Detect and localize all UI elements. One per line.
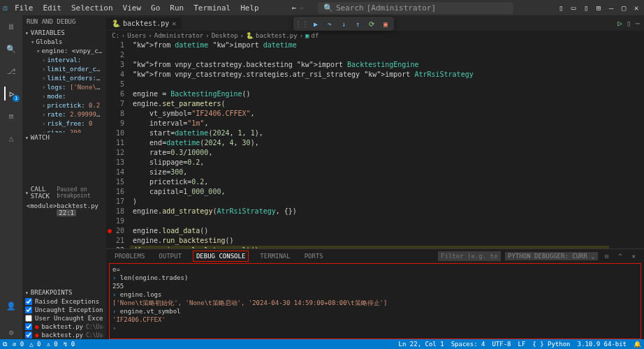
search-bar[interactable]: 🔍 Search [Administrator] bbox=[318, 2, 513, 14]
menu-edit[interactable]: Edit bbox=[39, 2, 66, 14]
nav-fwd-icon[interactable]: → bbox=[299, 3, 304, 13]
panel-close-icon[interactable]: ✕ bbox=[629, 251, 638, 261]
chevron-up-icon[interactable]: ^ bbox=[615, 251, 624, 261]
run-debug-icon[interactable]: ▷ bbox=[4, 87, 18, 101]
explorer-icon[interactable]: 🗎 bbox=[4, 20, 18, 34]
breakpoint-item[interactable]: ●backtest.pyC:\Users\Administ... bbox=[25, 331, 103, 339]
maximize-icon[interactable]: ▢ bbox=[619, 3, 629, 13]
callstack-header[interactable]: Call StackPaused on breakpoint bbox=[22, 184, 106, 201]
continue-icon[interactable]: ▶ bbox=[310, 18, 321, 29]
var-mode[interactable]: ›mode: bbox=[31, 92, 103, 101]
scm-icon[interactable]: ⎇ bbox=[4, 64, 18, 78]
search-icon: 🔍 bbox=[323, 3, 333, 13]
stop-icon[interactable]: ▣ bbox=[380, 18, 391, 29]
var-pricetick[interactable]: ›pricetick: 0.2 bbox=[31, 101, 103, 110]
tab-debug-console[interactable]: Debug Console bbox=[193, 251, 249, 262]
menu-run[interactable]: Run bbox=[166, 2, 188, 14]
debug-config-selector[interactable]: Python Debugger: Curr ⌄ bbox=[505, 252, 598, 260]
var-risk_free[interactable]: ›risk_free: 0 bbox=[31, 119, 103, 128]
window-controls: ▯ ▭ ▯ ⊞ — ▢ ✕ bbox=[556, 3, 641, 13]
breakpoint-item[interactable]: User Uncaught Exceptions bbox=[25, 314, 103, 322]
status-bell-icon[interactable]: 🔔 bbox=[634, 341, 641, 348]
step-over-icon[interactable]: ↷ bbox=[324, 18, 335, 29]
breakpoints-header[interactable]: Breakpoints bbox=[22, 288, 106, 297]
menu-view[interactable]: View bbox=[119, 2, 146, 14]
drag-handle-icon[interactable]: ⋮⋮ bbox=[296, 18, 307, 29]
var-limit_order_count[interactable]: ›limit_order_count: 255 bbox=[31, 65, 103, 74]
status-encoding[interactable]: UTF-8 bbox=[492, 341, 511, 348]
status-eol[interactable]: LF bbox=[518, 341, 526, 348]
menu-help[interactable]: Help bbox=[236, 2, 263, 14]
menu-file[interactable]: File bbox=[10, 2, 38, 14]
minimize-icon[interactable]: — bbox=[606, 3, 616, 13]
minimap[interactable] bbox=[609, 40, 644, 248]
activity-bar: 🗎 🔍 ⎇ ▷ ⊞ △ 👤 ⚙ bbox=[0, 15, 22, 339]
bp-checkbox[interactable] bbox=[25, 332, 32, 339]
menu-terminal[interactable]: Terminal bbox=[189, 2, 235, 14]
status-remote-icon[interactable]: ⧉ bbox=[3, 341, 7, 348]
layout-right-icon[interactable]: ▯ bbox=[581, 3, 591, 13]
breakpoint-item[interactable]: ●backtest.pyC:\Users\Administ... bbox=[25, 322, 103, 331]
tab-label: backtest.py bbox=[123, 20, 169, 27]
bp-checkbox[interactable] bbox=[25, 306, 32, 313]
search-panel-icon[interactable]: 🔍 bbox=[4, 42, 18, 56]
code-editor[interactable]: 123456789101112131415161718192021222324 … bbox=[106, 40, 644, 248]
tab-terminal[interactable]: Terminal bbox=[257, 251, 293, 261]
tab-ports[interactable]: Ports bbox=[302, 251, 326, 261]
step-into-icon[interactable]: ↓ bbox=[338, 18, 349, 29]
status-ports[interactable]: ↯ 0 bbox=[64, 341, 75, 348]
status-warnings[interactable]: △ 0 bbox=[29, 341, 41, 348]
breakpoint-item[interactable]: Raised Exceptions bbox=[25, 297, 103, 306]
sidebar-title: Run and Debug bbox=[22, 15, 106, 28]
bp-checkbox[interactable] bbox=[25, 323, 32, 330]
status-indent[interactable]: Spaces: 4 bbox=[451, 341, 485, 348]
step-out-icon[interactable]: ↑ bbox=[352, 18, 363, 29]
status-info[interactable]: ⚠ 0 bbox=[47, 341, 58, 348]
python-file-icon: 🐍 bbox=[112, 20, 120, 27]
debug-console[interactable]: e=› len(engine.trades)255› engine.logs['… bbox=[109, 263, 641, 339]
testing-icon[interactable]: △ bbox=[4, 131, 18, 145]
bp-checkbox[interactable] bbox=[25, 315, 32, 322]
split-icon[interactable]: ▯ bbox=[627, 19, 631, 28]
layout-left-icon[interactable]: ▯ bbox=[556, 3, 566, 13]
debug-toolbar: ⋮⋮ ▶ ↷ ↓ ↑ ⟳ ▣ bbox=[293, 17, 394, 31]
menu-go[interactable]: Go bbox=[147, 2, 164, 14]
status-lang[interactable]: { } Python bbox=[532, 341, 570, 348]
bp-checkbox[interactable] bbox=[25, 298, 32, 305]
var-limit_orders[interactable]: ›limit_orders: {'STOP.1': bbox=[31, 74, 103, 83]
var-interval[interactable]: ›interval: bbox=[31, 56, 103, 65]
clear-console-icon[interactable]: ⊟ bbox=[602, 251, 611, 261]
statusbar: ⧉ ⊘ 0 △ 0 ⚠ 0 ↯ 0 Ln 22, Col 1 Spaces: 4… bbox=[0, 339, 644, 349]
tab-problems[interactable]: Problems bbox=[112, 251, 147, 261]
restart-icon[interactable]: ⟳ bbox=[366, 18, 377, 29]
globals-node[interactable]: ▾Globals bbox=[31, 38, 103, 47]
console-filter-input[interactable] bbox=[438, 251, 501, 261]
breakpoint-item[interactable]: Uncaught Exceptions bbox=[25, 306, 103, 314]
tab-output[interactable]: Output bbox=[156, 251, 184, 261]
tab-backtest[interactable]: 🐍 backtest.py ✕ bbox=[106, 17, 182, 29]
status-interpreter[interactable]: 3.10.9 64-bit bbox=[578, 341, 627, 348]
nav-back-icon[interactable]: ← bbox=[292, 3, 297, 13]
close-icon[interactable]: ✕ bbox=[631, 3, 641, 13]
extensions-icon[interactable]: ⊞ bbox=[4, 109, 18, 123]
account-icon[interactable]: 👤 bbox=[4, 299, 18, 313]
var-rate[interactable]: ›rate: 2.9999999999999997e-05 bbox=[31, 110, 103, 119]
menubar: File Edit Selection View Go Run Terminal… bbox=[10, 2, 263, 14]
layout-custom-icon[interactable]: ⊞ bbox=[594, 3, 603, 13]
tab-close-icon[interactable]: ✕ bbox=[172, 20, 176, 27]
callstack-frame[interactable]: <module> backtest.py 22:1 bbox=[22, 201, 106, 218]
var-logs[interactable]: ›logs: ['None\t策略初始化', 'N... bbox=[31, 83, 103, 92]
search-suffix: [Administrator] bbox=[367, 3, 436, 13]
layout-bottom-icon[interactable]: ▭ bbox=[569, 3, 578, 13]
search-placeholder: Search bbox=[336, 3, 364, 13]
status-errors[interactable]: ⊘ 0 bbox=[13, 341, 24, 348]
watch-header[interactable]: Watch bbox=[22, 133, 106, 142]
run-icon[interactable]: ▷ bbox=[617, 19, 622, 28]
status-cursor[interactable]: Ln 22, Col 1 bbox=[399, 341, 444, 348]
engine-node[interactable]: ▾engine: <vnpy_ctastrategy.backt... bbox=[31, 47, 103, 56]
variables-header[interactable]: Variables bbox=[22, 28, 106, 38]
more-icon[interactable]: ⋯ bbox=[635, 19, 640, 28]
menu-selection[interactable]: Selection bbox=[67, 2, 117, 14]
breadcrumb[interactable]: C: › Users › Administrator › Desktop › 🐍… bbox=[106, 31, 644, 40]
settings-icon[interactable]: ⚙ bbox=[4, 325, 18, 339]
